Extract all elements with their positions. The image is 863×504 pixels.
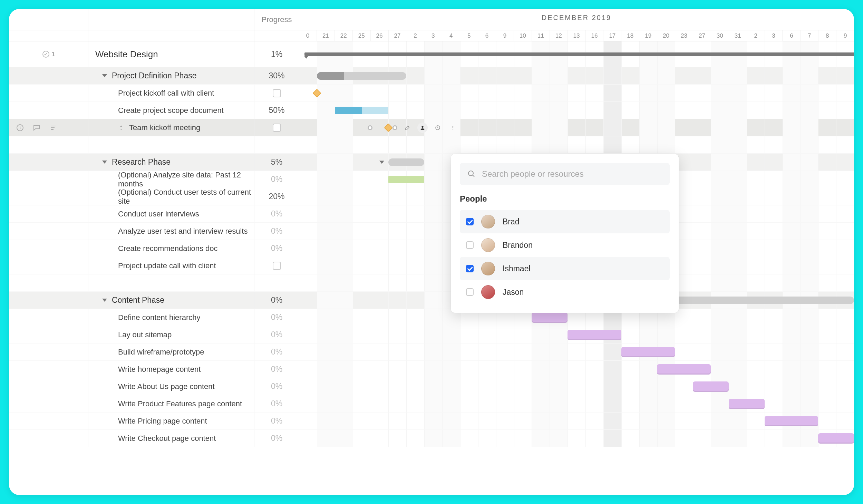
progress-value: 0%: [271, 175, 282, 184]
clock-icon[interactable]: [16, 124, 24, 132]
timeline-cell[interactable]: [299, 413, 854, 429]
date-cell: 4: [442, 30, 460, 41]
svg-point-10: [468, 171, 473, 176]
timeline-cell[interactable]: [299, 430, 854, 447]
collapse-icon[interactable]: [102, 299, 107, 302]
search-icon: [467, 170, 476, 178]
milestone-diamond[interactable]: [312, 89, 321, 97]
task-complete-checkbox[interactable]: [273, 89, 281, 97]
timeline-cell[interactable]: [299, 395, 854, 412]
phase-bar[interactable]: [388, 158, 424, 166]
svg-point-8: [453, 127, 453, 128]
timeline-cell[interactable]: [299, 102, 854, 119]
task-row[interactable]: Conduct user interviews0%: [9, 205, 854, 223]
task-bar[interactable]: [818, 433, 854, 444]
timeline-cell[interactable]: [299, 378, 854, 395]
task-row[interactable]: Define content hierarchy0%: [9, 309, 854, 326]
task-row[interactable]: Write About Us page content0%: [9, 378, 854, 395]
task-bar[interactable]: [729, 399, 765, 409]
dependency-handle-right[interactable]: [392, 125, 397, 130]
person-checkbox[interactable]: [466, 265, 474, 272]
task-row[interactable]: Project kickoff call with client: [9, 85, 854, 102]
comment-count: 1: [51, 50, 55, 58]
gantt-frame: Progress DECEMBER 2019 02122252627234569…: [9, 9, 854, 495]
task-bar[interactable]: [693, 381, 729, 392]
task-complete-checkbox[interactable]: [273, 124, 281, 132]
row-name: Analyze user test and interview results: [118, 227, 248, 236]
person-row[interactable]: Jason: [460, 280, 670, 304]
date-cell: 3: [424, 30, 442, 41]
row-name: Project update call with client: [118, 261, 216, 270]
header-row: Progress DECEMBER 2019: [9, 9, 854, 30]
more-button[interactable]: [448, 123, 458, 133]
task-bar[interactable]: [335, 107, 389, 114]
task-row[interactable]: Write homepage content0%: [9, 361, 854, 378]
person-checkbox[interactable]: [466, 241, 474, 249]
edit-button[interactable]: [402, 123, 413, 133]
progress-value: 0%: [271, 209, 282, 219]
task-row[interactable]: Create project scope document50%: [9, 102, 854, 119]
person-checkbox[interactable]: [466, 218, 474, 225]
task-bar[interactable]: [765, 416, 818, 426]
timeline-cell[interactable]: [299, 119, 854, 136]
phase-collapse-icon[interactable]: [379, 161, 384, 164]
rows-container: 1 Website Design 1% Project Definition P…: [9, 41, 854, 447]
project-row[interactable]: 1 Website Design 1%: [9, 41, 854, 67]
person-row[interactable]: Brad: [460, 210, 670, 233]
task-complete-checkbox[interactable]: [273, 262, 281, 270]
task-row[interactable]: Write Checkout page content0%: [9, 430, 854, 447]
task-row[interactable]: Build wireframe/prototype0%: [9, 343, 854, 361]
task-bar[interactable]: [657, 364, 711, 375]
task-row[interactable]: Team kickoff meeting: [9, 119, 854, 136]
timeline-cell[interactable]: [299, 67, 854, 84]
timeline-cell[interactable]: [299, 326, 854, 343]
timeline-cell[interactable]: [299, 361, 854, 378]
task-bar[interactable]: [621, 347, 675, 357]
people-search-box[interactable]: [460, 163, 670, 185]
person-row[interactable]: Ishmael: [460, 257, 670, 280]
collapse-icon[interactable]: [102, 74, 107, 77]
task-row[interactable]: Create recommendations doc0%: [9, 240, 854, 257]
timeline-cell[interactable]: [299, 85, 854, 101]
task-bar[interactable]: [532, 312, 568, 323]
assign-people-popover: People BradBrandonIshmaelJason: [451, 154, 679, 313]
task-row[interactable]: Analyze user test and interview results0…: [9, 223, 854, 240]
dependency-handle-left[interactable]: [368, 125, 372, 130]
task-columns-header: Progress: [9, 9, 299, 30]
task-row[interactable]: Lay out sitemap0%: [9, 326, 854, 343]
phase-bar[interactable]: [317, 72, 406, 80]
timeline-cell[interactable]: [299, 343, 854, 360]
task-bar[interactable]: [388, 176, 424, 183]
row-name: Write homepage content: [118, 365, 201, 374]
assign-person-button[interactable]: [417, 123, 428, 133]
row-name: Write Checkout page content: [118, 434, 216, 443]
project-comment-badge[interactable]: 1: [9, 41, 88, 67]
person-checkbox[interactable]: [466, 288, 474, 296]
phase-row[interactable]: Research Phase5%: [9, 154, 854, 171]
task-row[interactable]: Write Product Features page content0%: [9, 395, 854, 413]
progress-value: 0%: [271, 347, 282, 357]
task-bar[interactable]: [568, 330, 621, 340]
chat-icon[interactable]: [32, 124, 41, 132]
date-cell: 26: [370, 30, 388, 41]
people-list: BradBrandonIshmaelJason: [460, 210, 670, 304]
progress-value: 0%: [271, 416, 282, 426]
svg-point-7: [453, 126, 453, 126]
task-row[interactable]: Write Pricing page content0%: [9, 413, 854, 430]
phase-row[interactable]: Project Definition Phase30%: [9, 67, 854, 85]
task-row[interactable]: (Optional) Analyze site data: Past 12 mo…: [9, 171, 854, 188]
spacer-row: [9, 136, 854, 154]
spacer-row: [9, 274, 854, 292]
project-summary-bar[interactable]: [304, 52, 854, 56]
row-name: Team kickoff meeting: [129, 123, 200, 132]
drag-handle-icon[interactable]: [118, 125, 124, 131]
collapse-icon[interactable]: [102, 161, 107, 164]
task-row[interactable]: Project update call with client: [9, 257, 854, 274]
person-row[interactable]: Brandon: [460, 233, 670, 257]
people-search-input[interactable]: [482, 169, 662, 179]
schedule-button[interactable]: [433, 123, 443, 133]
list-icon[interactable]: [49, 124, 57, 132]
phase-row[interactable]: Content Phase0%: [9, 292, 854, 309]
task-row[interactable]: (Optional) Conduct user tests of current…: [9, 188, 854, 205]
row-name: Project Definition Phase: [112, 71, 196, 80]
